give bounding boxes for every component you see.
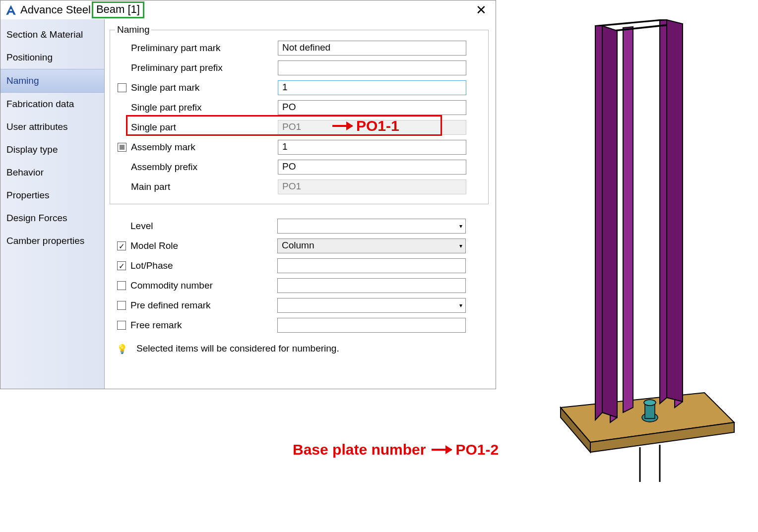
- assembly-mark-field[interactable]: 1: [278, 140, 466, 155]
- sidebar-item-section-material[interactable]: Section & Material: [0, 23, 104, 46]
- naming-group: Naming Preliminary part mark Not defined…: [110, 24, 489, 204]
- sidebar: Section & Material Positioning Naming Fa…: [0, 19, 105, 389]
- numbering-group: Level ▾ Model Role Column▾ Lot/Phase Com…: [110, 216, 489, 354]
- main-part-label: Main part: [129, 181, 278, 192]
- naming-legend: Naming: [115, 24, 151, 35]
- svg-marker-12: [595, 20, 667, 26]
- object-title: Beam [1]: [92, 1, 144, 18]
- numbering-hint: Selected items will be considered for nu…: [136, 343, 339, 354]
- annotation-base-plate: Base plate number PO1-2: [293, 441, 499, 458]
- pre-defined-remark-label: Pre defined remark: [128, 300, 277, 311]
- assembly-prefix-label: Assembly prefix: [129, 162, 278, 173]
- lot-phase-label: Lot/Phase: [128, 260, 277, 271]
- single-part-prefix-field[interactable]: PO: [278, 100, 466, 115]
- free-remark-field[interactable]: [277, 318, 466, 333]
- beam-properties-dialog: Advance Steel Beam [1] ✕ Section & Mater…: [0, 0, 496, 389]
- commodity-number-field[interactable]: [277, 278, 466, 293]
- content-panel: Naming Preliminary part mark Not defined…: [105, 19, 496, 389]
- single-part-field: PO1: [278, 120, 466, 135]
- app-title: Advance Steel: [20, 3, 91, 16]
- model-viewport[interactable]: [496, 0, 758, 532]
- commodity-number-label: Commodity number: [128, 280, 277, 291]
- model-role-label: Model Role: [128, 240, 277, 251]
- single-part-mark-checkbox[interactable]: [118, 83, 126, 92]
- sidebar-item-design-forces[interactable]: Design Forces: [0, 207, 104, 230]
- sidebar-item-user-attributes[interactable]: User attributes: [0, 116, 104, 138]
- single-part-mark-field[interactable]: 1: [278, 80, 466, 95]
- preliminary-part-prefix-label: Preliminary part prefix: [129, 62, 278, 73]
- level-combo[interactable]: ▾: [277, 219, 466, 234]
- free-remark-checkbox[interactable]: [117, 321, 126, 330]
- annotation-base-plate-value: PO1-2: [455, 441, 499, 458]
- sidebar-item-naming[interactable]: Naming: [0, 69, 104, 93]
- sidebar-item-camber-properties[interactable]: Camber properties: [0, 230, 104, 252]
- app-icon: [4, 3, 17, 16]
- single-part-mark-label: Single part mark: [129, 82, 278, 93]
- svg-rect-1: [10, 9, 12, 11]
- assembly-prefix-field[interactable]: PO: [278, 160, 466, 175]
- chevron-down-icon: ▾: [459, 242, 462, 249]
- main-part-field: PO1: [278, 179, 466, 194]
- preliminary-part-mark-field[interactable]: Not defined: [278, 41, 466, 56]
- commodity-number-checkbox[interactable]: [117, 281, 126, 290]
- svg-marker-10: [595, 26, 602, 420]
- assembly-mark-label: Assembly mark: [129, 142, 278, 153]
- sidebar-item-positioning[interactable]: Positioning: [0, 46, 104, 69]
- lot-phase-checkbox[interactable]: [117, 261, 126, 270]
- sidebar-item-properties[interactable]: Properties: [0, 184, 104, 207]
- model-role-checkbox[interactable]: [117, 241, 126, 250]
- single-part-prefix-label: Single part prefix: [129, 102, 278, 113]
- level-label: Level: [128, 221, 277, 232]
- preliminary-part-prefix-field[interactable]: [278, 60, 466, 75]
- model-role-combo[interactable]: Column▾: [277, 238, 466, 253]
- pre-defined-remark-combo[interactable]: ▾: [277, 298, 466, 313]
- free-remark-label: Free remark: [128, 320, 277, 331]
- annotation-arrow-icon: [432, 449, 451, 451]
- svg-marker-19: [602, 26, 617, 417]
- svg-marker-18: [667, 20, 683, 402]
- chevron-down-icon: ▾: [459, 223, 462, 230]
- chevron-down-icon: ▾: [459, 302, 462, 309]
- preliminary-part-mark-label: Preliminary part mark: [129, 43, 278, 54]
- close-button[interactable]: ✕: [471, 2, 492, 18]
- annotation-base-plate-label: Base plate number: [293, 441, 426, 458]
- assembly-mark-checkbox[interactable]: [118, 143, 126, 152]
- single-part-label: Single part: [129, 122, 278, 133]
- sidebar-item-fabrication-data[interactable]: Fabrication data: [0, 93, 104, 116]
- pre-defined-remark-checkbox[interactable]: [117, 301, 126, 310]
- lot-phase-field[interactable]: [277, 258, 466, 273]
- sidebar-item-display-type[interactable]: Display type: [0, 138, 104, 161]
- sidebar-item-behavior[interactable]: Behavior: [0, 161, 104, 184]
- lightbulb-icon: 💡: [117, 344, 126, 354]
- titlebar: Advance Steel Beam [1] ✕: [0, 0, 496, 19]
